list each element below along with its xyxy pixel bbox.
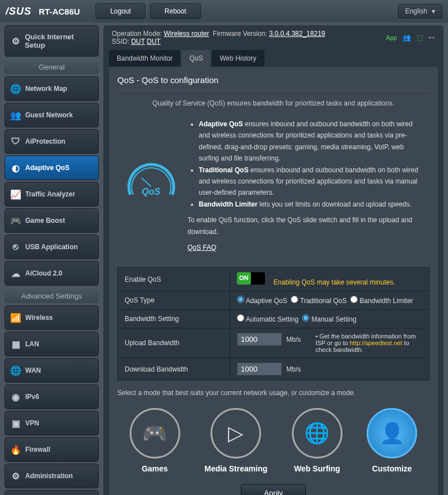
- language-select[interactable]: English▾: [398, 4, 442, 19]
- enable-warning: Enabling QoS may take several minutes.: [273, 278, 395, 286]
- sidebar-aiprotection[interactable]: 🛡AiProtection: [4, 129, 99, 154]
- mode-games[interactable]: 🎮Games: [130, 408, 180, 473]
- model-name: RT-AC86U: [39, 7, 80, 16]
- customize-icon: 👤: [367, 408, 417, 459]
- download-bw-input[interactable]: [237, 363, 282, 375]
- sidebar-usb-application[interactable]: ⎋USB Application: [4, 235, 99, 259]
- intro-text: Quality of Service (QoS) ensures bandwid…: [117, 99, 429, 107]
- wan-icon: 🌐: [10, 364, 22, 377]
- sidebar-network-map[interactable]: 🌐Network Map: [4, 76, 99, 101]
- fw-label: Firmware Version:: [213, 30, 267, 38]
- web-icon: 🌐: [292, 408, 342, 459]
- wifi-icon: 📶: [10, 311, 22, 324]
- tab-qos[interactable]: QoS: [181, 50, 211, 67]
- chevron-down-icon: ▾: [432, 7, 435, 15]
- sidebar-ipv6[interactable]: ◉IPv6: [4, 384, 99, 409]
- svg-line-1: [141, 178, 151, 186]
- shield-icon: 🛡: [10, 135, 22, 148]
- download-bw-label: Download Bandwidth: [118, 358, 230, 381]
- lan-icon: ▦: [10, 338, 22, 350]
- games-icon: 🎮: [130, 408, 180, 459]
- sidebar-adaptive-qos[interactable]: ◐Adaptive QoS: [4, 155, 99, 180]
- radio-traditional-qos[interactable]: Traditional QoS: [291, 297, 346, 305]
- vpn-icon: ▣: [10, 417, 22, 429]
- fire-icon: 🔥: [10, 443, 22, 456]
- sidebar-wan[interactable]: 🌐WAN: [4, 358, 99, 383]
- mode-instruction: Select a mode that best suits your curre…: [117, 389, 429, 397]
- upload-bw-input[interactable]: [237, 333, 282, 346]
- gear-icon: ⚙: [10, 35, 21, 47]
- upload-bw-label: Upload Bandwidth: [118, 328, 230, 358]
- qos-type-label: QoS Type: [118, 291, 230, 310]
- radio-adaptive-qos[interactable]: Adaptive QoS: [237, 297, 287, 305]
- bandwidth-setting-label: Bandwidth Setting: [118, 310, 230, 328]
- people-icon: 👥: [10, 109, 22, 121]
- app-link[interactable]: App: [386, 34, 397, 41]
- usb-icon: ⎋: [10, 241, 22, 253]
- clients-icon[interactable]: 👥: [403, 34, 411, 42]
- sidebar-wireless[interactable]: 📶Wireless: [4, 305, 99, 330]
- svg-text:QoS: QoS: [141, 187, 160, 196]
- fw-value[interactable]: 3.0.0.4.382_18219: [269, 30, 325, 38]
- gauge-icon: ◐: [10, 162, 22, 174]
- radio-bandwidth-limiter[interactable]: Bandwidth Limiter: [350, 297, 413, 305]
- reboot-button[interactable]: Reboot: [150, 3, 201, 19]
- mode-customize[interactable]: 👤Customize: [367, 408, 417, 473]
- cloud-icon: ☁: [10, 267, 22, 279]
- globe-icon: 🌐: [10, 82, 22, 95]
- bw-hint: • Get the bandwidth information from ISP…: [316, 333, 422, 353]
- opmode-value[interactable]: Wireless router: [164, 30, 209, 38]
- sidebar-header-general: General: [4, 60, 99, 74]
- sidebar-header-advanced: Advanced Settings: [4, 289, 99, 303]
- radio-auto-setting[interactable]: Automatic Setting: [237, 315, 299, 323]
- status-icon[interactable]: ⬚: [417, 34, 423, 42]
- quick-setup-button[interactable]: ⚙Quick Internet Setup: [4, 25, 99, 57]
- panel-title: QoS - QoS to configuration: [117, 75, 429, 91]
- logout-button[interactable]: Logout: [95, 3, 145, 19]
- ssid2-value[interactable]: DUT: [147, 38, 161, 45]
- sidebar-firewall[interactable]: 🔥Firewall: [4, 437, 99, 462]
- enable-qos-label: Enable QoS: [118, 268, 230, 291]
- enable-instruction: To enable QoS function, click the QoS sl…: [188, 214, 424, 237]
- sidebar-administration[interactable]: ⚙Administration: [4, 464, 99, 488]
- sidebar-vpn[interactable]: ▣VPN: [4, 411, 99, 436]
- sidebar-aicloud[interactable]: ☁AiCloud 2.0: [4, 261, 99, 286]
- admin-icon: ⚙: [10, 470, 22, 482]
- sidebar-traffic-analyzer[interactable]: 📈Traffic Analyzer: [4, 182, 99, 207]
- apply-button[interactable]: Apply: [241, 484, 305, 495]
- opmode-label: Operation Mode:: [112, 30, 162, 38]
- speedtest-link[interactable]: http://speedtest.net: [350, 340, 403, 346]
- ssid-label: SSID:: [112, 38, 129, 45]
- radio-manual-setting[interactable]: Manual Setting: [302, 315, 356, 323]
- tab-bandwidth-monitor[interactable]: Bandwidth Monitor: [109, 50, 180, 67]
- qos-gauge-icon: QoS: [123, 114, 179, 253]
- usb-status-icon[interactable]: ⊷: [428, 34, 435, 42]
- ssid1-value[interactable]: DUT: [131, 38, 145, 45]
- gamepad-icon: 🎮: [10, 214, 22, 227]
- sidebar-game-boost[interactable]: 🎮Game Boost: [4, 208, 99, 233]
- tab-web-history[interactable]: Web History: [212, 50, 264, 67]
- media-icon: ▷: [211, 408, 261, 459]
- sidebar-guest-network[interactable]: 👥Guest Network: [4, 103, 99, 127]
- asus-logo: /SUS: [6, 6, 31, 17]
- chart-icon: 📈: [10, 188, 22, 200]
- enable-qos-toggle[interactable]: ON: [237, 272, 265, 285]
- mode-media[interactable]: ▷Media Streaming: [204, 408, 267, 473]
- mode-web[interactable]: 🌐Web Surfing: [292, 408, 342, 473]
- ipv6-icon: ◉: [10, 391, 22, 403]
- sidebar-lan[interactable]: ▦LAN: [4, 332, 99, 356]
- qos-faq-link[interactable]: QoS FAQ: [188, 244, 216, 251]
- sidebar-system-log[interactable]: 📄System Log: [4, 490, 99, 495]
